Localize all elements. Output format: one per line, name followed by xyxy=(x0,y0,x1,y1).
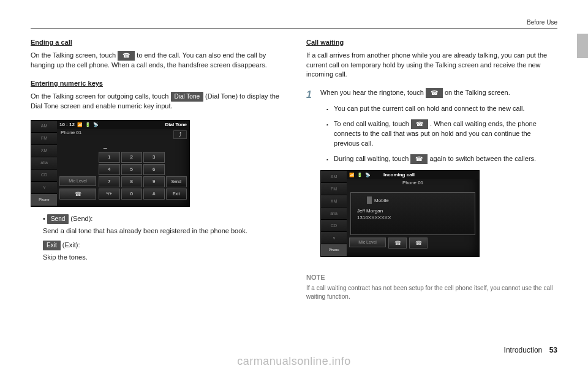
side-fm[interactable]: FM xyxy=(321,183,347,195)
definitions: • Send (Send): Send a dial tone that has… xyxy=(43,214,282,263)
key-2[interactable]: 2 xyxy=(121,152,143,163)
hangup-icon: ☎ xyxy=(411,119,428,129)
phone-icon: ☎ xyxy=(75,191,81,197)
send-desc: Send a dial tone that has already been r… xyxy=(43,226,282,236)
right-column: Call waiting If a call arrives from anot… xyxy=(306,38,557,301)
ending-call-para: On the Talking screen, touch ☎ to end th… xyxy=(31,51,282,70)
side-am[interactable]: AM xyxy=(31,121,57,133)
screen-title: Dial Tone xyxy=(165,121,187,128)
text: When you hear the ringtone, touch xyxy=(320,89,426,96)
device-sidebar: AM FM XM aha CD ∨ Phone xyxy=(31,121,57,206)
mobile-label: Mobile xyxy=(374,197,389,204)
device-statusbar: 📶 🔋 📡 Incoming call xyxy=(347,171,479,179)
step-1: 1 When you hear the ringtone, touch ☎ on… xyxy=(306,88,557,264)
text: on the Talking screen. xyxy=(445,89,510,96)
side-phone[interactable]: Phone xyxy=(321,244,347,256)
return-button[interactable]: ⤴ xyxy=(173,130,187,139)
phone-icon: ☎ xyxy=(415,240,422,246)
mic-level-button[interactable]: Mic Level xyxy=(59,176,96,186)
exit-suffix: (Exit): xyxy=(61,241,80,249)
device-statusbar: 10 : 12 📶 🔋 📡 Dial Tone xyxy=(57,121,189,129)
side-aha[interactable]: aha xyxy=(31,157,57,170)
side-fm[interactable]: FM xyxy=(31,133,57,145)
device-bottom-row: Mic Level ☎ ☎ xyxy=(347,237,479,251)
text: On the Talking screen for outgoing calls… xyxy=(31,92,171,100)
send-suffix: (Send): xyxy=(69,215,92,222)
send-button-label: Send xyxy=(47,214,69,224)
side-cd[interactable]: CD xyxy=(321,220,347,232)
caller-name: Jeff Morgan xyxy=(355,208,471,214)
incoming-call-screen: AM FM XM aha CD ∨ Phone 📶 🔋 📡 Incoming c… xyxy=(320,170,480,257)
incoming-box: Mobile Jeff Morgan 1310XXXXXXX xyxy=(350,192,475,235)
bullet-2: To end call waiting, touch ☎ . When call… xyxy=(326,119,556,148)
key-0[interactable]: 0 xyxy=(121,189,143,200)
page-header: Before Use xyxy=(31,18,557,29)
def-send: • Send (Send): Send a dial tone that has… xyxy=(43,214,282,236)
hangup-button[interactable]: ☎ xyxy=(59,189,96,200)
key-8[interactable]: 8 xyxy=(121,176,143,187)
side-phone[interactable]: Phone xyxy=(31,194,57,206)
side-down[interactable]: ∨ xyxy=(31,182,57,194)
side-aha[interactable]: aha xyxy=(321,208,347,220)
answer-icon: ☎ xyxy=(410,154,428,164)
mobile-icon xyxy=(367,196,372,204)
step-number: 1 xyxy=(306,88,318,102)
bullet-1: You can put the current call on hold and… xyxy=(326,104,556,113)
phone-label: Phone 01 xyxy=(347,179,479,190)
mobile-row: Mobile xyxy=(355,196,471,204)
side-cd[interactable]: CD xyxy=(31,170,57,182)
content-columns: Ending a call On the Talking screen, tou… xyxy=(31,38,557,301)
key-star[interactable]: */+ xyxy=(99,189,120,200)
def-exit: Exit (Exit): Skip the tones. xyxy=(43,241,282,262)
dial-display: _ xyxy=(99,142,187,151)
watermark: carmanualsonline.info xyxy=(0,354,588,369)
thumb-tab xyxy=(577,34,588,58)
mic-level-button[interactable]: Mic Level xyxy=(349,237,386,247)
dial-tone-button: Dial Tone xyxy=(171,92,204,102)
key-hash[interactable]: # xyxy=(143,189,165,200)
key-6[interactable]: 6 xyxy=(143,164,165,175)
screen-title: Incoming call xyxy=(383,171,415,178)
hangup-icon: ☎ xyxy=(118,51,135,61)
phone-icon: ☎ xyxy=(394,240,401,246)
numeric-keypad: _ 1 2 3 4 5 6 7 8 9 Send */+ 0 xyxy=(99,142,187,200)
key-1[interactable]: 1 xyxy=(99,152,120,163)
dial-tone-screen: AM FM XM aha CD ∨ Phone 10 : 12 📶 🔋 📡 Di… xyxy=(31,120,190,207)
chapter-name: Before Use xyxy=(527,19,557,26)
text: On the Talking screen, touch xyxy=(31,51,118,59)
side-xm[interactable]: XM xyxy=(321,195,347,208)
numeric-keys-title: Entering numeric keys xyxy=(31,79,282,88)
key-9[interactable]: 9 xyxy=(143,176,165,187)
text: During call waiting, touch xyxy=(334,155,410,162)
caller-number: 1310XXXXXXX xyxy=(355,214,471,221)
call-waiting-para: If a call arrives from another phone whi… xyxy=(306,51,557,79)
answer-button[interactable]: ☎ xyxy=(409,237,428,249)
device-main: 📶 🔋 📡 Incoming call Phone 01 Mobile Jeff… xyxy=(347,171,479,256)
key-7[interactable]: 7 xyxy=(99,176,120,187)
send-key[interactable]: Send xyxy=(166,176,187,187)
key-5[interactable]: 5 xyxy=(121,164,143,175)
device-main: 10 : 12 📶 🔋 📡 Dial Tone ⤴ Phone 01 Mic L… xyxy=(57,121,189,206)
exit-key[interactable]: Exit xyxy=(166,189,187,200)
step-text: When you hear the ringtone, touch ☎ on t… xyxy=(320,88,556,98)
text: again to switch between the callers. xyxy=(429,155,536,162)
clock: 10 : 12 xyxy=(59,121,75,128)
side-xm[interactable]: XM xyxy=(31,145,57,157)
ending-call-title: Ending a call xyxy=(31,38,282,47)
side-down[interactable]: ∨ xyxy=(321,232,347,244)
side-am[interactable]: AM xyxy=(321,171,347,183)
step-body: When you hear the ringtone, touch ☎ on t… xyxy=(320,88,556,264)
key-4[interactable]: 4 xyxy=(99,164,120,175)
status-icons: 📶 🔋 📡 xyxy=(77,122,99,128)
note-text: If a call waiting contract has not been … xyxy=(306,284,557,301)
hangup-button[interactable]: ☎ xyxy=(388,237,407,249)
text: To end call waiting, touch xyxy=(334,120,411,127)
call-waiting-title: Call waiting xyxy=(306,38,557,47)
bullet-3: During call waiting, touch ☎ again to sw… xyxy=(326,154,556,164)
key-3[interactable]: 3 xyxy=(143,152,165,163)
left-column: Ending a call On the Talking screen, tou… xyxy=(31,38,282,301)
exit-button-label: Exit xyxy=(43,241,61,250)
device-left-col: Mic Level ☎ xyxy=(59,142,96,200)
phone-label: Phone 01 xyxy=(57,129,189,140)
note-label: NOTE xyxy=(306,273,557,282)
